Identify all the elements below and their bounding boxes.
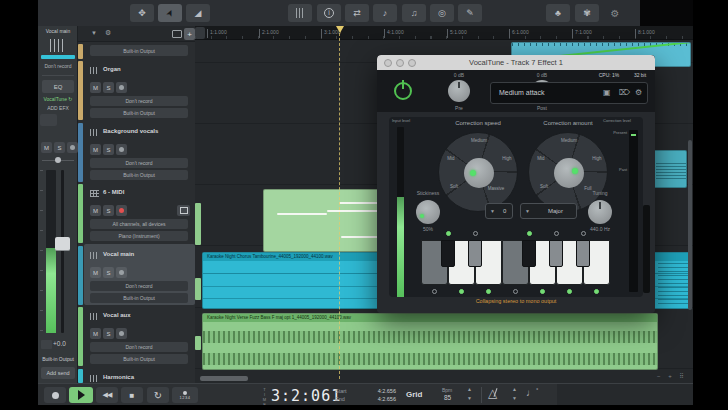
audio-clip-fragment[interactable] — [653, 150, 687, 188]
record-arm-button[interactable] — [116, 82, 127, 93]
pre-gain-knob[interactable] — [448, 80, 470, 102]
gear-icon[interactable]: ⚙ — [635, 88, 642, 97]
solo-button[interactable]: S — [103, 205, 114, 216]
grid-button[interactable]: Grid — [406, 390, 422, 399]
plugin-titlebar[interactable]: VocalTune - Track 7 Effect 1 — [377, 55, 655, 70]
scale-note-indicator[interactable] — [432, 289, 437, 294]
piano-black-key[interactable] — [441, 240, 455, 267]
record-mode-label[interactable]: Don't record — [38, 63, 78, 69]
input-select-button[interactable] — [40, 114, 57, 126]
vocal-aux-clip[interactable]: Karaoke Night Verse Fuzz Bass F maj opt … — [202, 313, 658, 370]
drums-button[interactable]: ◎ — [430, 4, 454, 22]
record-arm-button[interactable] — [67, 142, 78, 153]
gear-icon[interactable]: ⚙ — [105, 29, 111, 37]
tempo-up-button[interactable]: ▲ — [512, 386, 517, 392]
horizontal-scrollbar[interactable] — [200, 376, 248, 381]
zoom-controls[interactable]: − + ⠿ — [657, 372, 687, 379]
save-icon[interactable]: ▣ — [603, 88, 611, 97]
playhead-marker[interactable] — [336, 26, 344, 33]
piano-black-key[interactable] — [549, 240, 563, 267]
effect-slot[interactable]: VocalTune ↻ — [38, 96, 78, 102]
scale-note-indicator[interactable] — [473, 231, 478, 236]
fade-tool-button[interactable]: ◢ — [186, 4, 210, 22]
monitor-icon[interactable] — [172, 30, 182, 38]
time-mode-label[interactable]: TIME — [262, 387, 267, 403]
plugin-keyboard[interactable] — [421, 240, 610, 285]
plugin-window[interactable]: VocalTune - Track 7 Effect 1 0 dB Pre 0 … — [377, 55, 655, 313]
output-label[interactable]: Built-in Output — [38, 356, 78, 362]
end-value[interactable]: 4:2.656 — [360, 396, 396, 402]
settings-button[interactable]: ⚙ — [606, 4, 624, 22]
add-efx-button[interactable]: ADD EFX — [38, 105, 78, 111]
start-value[interactable]: 4:2.656 — [360, 388, 396, 394]
fader-handle[interactable] — [55, 237, 70, 251]
loop-button[interactable]: ↻ — [147, 387, 169, 403]
mute-button[interactable]: M — [90, 82, 101, 93]
scale-note-indicator[interactable] — [554, 231, 559, 236]
notes-button[interactable]: ♫ — [402, 4, 426, 22]
scale-note-indicator[interactable] — [513, 289, 518, 294]
scale-note-indicator[interactable] — [459, 289, 464, 294]
record-arm-button[interactable] — [116, 267, 127, 278]
mute-button[interactable]: M — [90, 328, 101, 339]
draw-tool-button[interactable]: ✎ — [458, 4, 482, 22]
vertical-scrollbar[interactable] — [688, 140, 692, 310]
solo-button[interactable]: S — [103, 267, 114, 278]
mixer-button[interactable] — [288, 4, 312, 22]
scale-note-indicator[interactable] — [446, 231, 451, 236]
scale-note-indicator[interactable] — [581, 231, 586, 236]
metronome-button[interactable]: △ — [488, 386, 497, 400]
add-send-button[interactable]: Add send — [41, 367, 75, 379]
scale-dropdown[interactable]: ▼ Major — [520, 203, 577, 219]
power-button[interactable] — [394, 82, 412, 100]
trash-icon[interactable]: ⌦ — [619, 88, 630, 97]
bpm-value[interactable]: 85 — [444, 394, 451, 401]
scale-note-indicator[interactable] — [486, 289, 491, 294]
piano-black-key[interactable] — [576, 240, 590, 267]
record-mode-pill[interactable]: Don't record — [90, 96, 188, 106]
transpose-dropdown[interactable]: ▼ 0 — [485, 203, 513, 219]
clip-sliver[interactable] — [195, 203, 201, 245]
preset-selector[interactable]: Medium attack ▣ ⌦ ⚙ — [490, 82, 648, 104]
tuning-knob[interactable] — [588, 200, 612, 224]
record-arm-button[interactable] — [116, 328, 127, 339]
solo-button[interactable]: S — [54, 142, 65, 153]
record-arm-button[interactable] — [116, 205, 127, 216]
move-tool-button[interactable]: ✥ — [130, 4, 154, 22]
play-button[interactable] — [69, 387, 93, 403]
solo-button[interactable]: S — [103, 144, 114, 155]
output-pill[interactable]: Built-in Output — [90, 293, 188, 303]
timeline-ruler[interactable]: 1:1.000 2:1.000 3:1.000 4:1.000 5:1.000 … — [195, 26, 693, 40]
plugin-volume-slider[interactable] — [643, 205, 650, 293]
output-pill[interactable]: Built-in Output — [90, 354, 188, 364]
scale-note-indicator[interactable] — [594, 289, 599, 294]
piano-black-key[interactable] — [468, 240, 482, 267]
bpm-down-button[interactable]: ▼ — [467, 395, 472, 401]
piano-black-key[interactable] — [522, 240, 536, 267]
mute-button[interactable]: M — [90, 144, 101, 155]
scale-note-indicator[interactable] — [567, 289, 572, 294]
solo-button[interactable]: S — [103, 82, 114, 93]
piano-roll-button[interactable] — [177, 205, 190, 216]
time-display[interactable]: 3:2:061 — [271, 387, 341, 405]
output-pill[interactable]: Built-in Output — [90, 108, 188, 118]
filter-icon[interactable]: ▼ — [91, 30, 97, 36]
stickiness-knob[interactable] — [416, 200, 440, 224]
addons-button[interactable]: ✾ — [575, 4, 599, 22]
scale-note-indicator[interactable] — [527, 231, 532, 236]
fader-track[interactable] — [61, 170, 64, 333]
mute-button[interactable]: M — [90, 205, 101, 216]
gain-value[interactable]: +0.0 — [53, 340, 66, 347]
effects-tree-button[interactable]: ♣ — [546, 4, 570, 22]
correction-speed-knob[interactable]: Medium Mid High Soft Massive — [438, 132, 518, 212]
output-pill[interactable]: Built-in Output — [90, 170, 188, 180]
rewind-button[interactable]: ◀◀ — [96, 387, 118, 403]
note-edit-button[interactable]: ♪ — [373, 4, 397, 22]
info-button[interactable]: i — [317, 4, 341, 22]
tempo-down-button[interactable]: ▼ — [512, 395, 517, 401]
record-mode-pill[interactable]: Don't record — [90, 342, 188, 352]
solo-button[interactable]: S — [103, 328, 114, 339]
record-mode-pill[interactable]: All channels, all devices — [90, 219, 188, 229]
mute-button[interactable]: M — [41, 142, 52, 153]
eq-button[interactable]: EQ — [42, 80, 74, 93]
